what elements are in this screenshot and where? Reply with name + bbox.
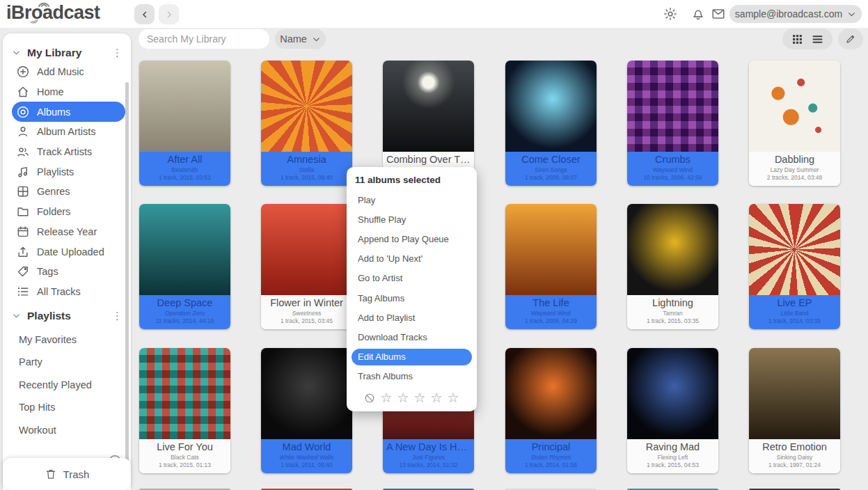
sort-dropdown[interactable]: Name (275, 29, 326, 49)
mail-icon[interactable] (711, 6, 726, 22)
playlist-item-workout[interactable]: Workout (12, 418, 125, 441)
chevron-down-icon (847, 10, 856, 19)
trash-button[interactable]: Trash (3, 458, 131, 490)
album-card[interactable]: Deep SpaceOperation Zero11 tracks, 2014,… (139, 204, 230, 329)
album-label: A New Day Is HereJust Figures13 tracks, … (383, 439, 474, 473)
sidebar-item-folders[interactable]: Folders (12, 202, 125, 222)
playlist-item-party[interactable]: Party (12, 351, 125, 374)
sidebar-item-albums[interactable]: Albums (12, 102, 125, 122)
plus-circle-icon (16, 65, 30, 79)
album-meta: 1 track, 2014, 03:35 (749, 317, 840, 325)
context-menu-item-trash-albums[interactable]: Trash Albums (347, 367, 477, 386)
album-label: Live EPLittle Band1 track, 2014, 03:35 (749, 295, 840, 329)
album-card[interactable]: LightningTamran1 track, 2015, 03:35 (627, 204, 718, 329)
sidebar-item-date-uploaded[interactable]: Date Uploaded (12, 242, 125, 262)
star-icon[interactable]: ☆ (413, 392, 425, 404)
back-button[interactable] (134, 4, 155, 24)
sidebar-scrollbar[interactable] (125, 82, 129, 475)
star-icon[interactable]: ☆ (431, 392, 443, 404)
kebab-menu-icon[interactable]: ⋮ (112, 49, 123, 56)
sidebar-item-all-tracks[interactable]: All Tracks (12, 282, 125, 302)
playlist-item-my-favorites[interactable]: My Favorites (12, 328, 125, 351)
grid-view-icon[interactable] (791, 33, 803, 45)
album-cover-art (505, 61, 597, 152)
context-menu-item-label: Tag Albums (358, 293, 404, 303)
playlist-item-label: Top Hits (19, 402, 55, 413)
album-artist: Beatsmith (139, 166, 230, 174)
forward-button[interactable] (159, 4, 179, 24)
album-cover-art (627, 61, 718, 152)
album-card[interactable]: The LifeWayward Wind1 track, 2006, 04:29 (505, 204, 597, 329)
album-title: A New Day Is Here (383, 441, 474, 452)
context-menu-item-add-to-up-next-[interactable]: Add to 'Up Next' (347, 249, 477, 269)
album-title: Principal (505, 441, 597, 452)
no-rating-icon[interactable] (364, 393, 375, 404)
album-card[interactable]: CrumbsWayward Wind10 tracks, 2006, 42:59 (627, 61, 718, 186)
gear-icon[interactable] (663, 6, 678, 22)
context-menu-header: 11 albums selected (347, 175, 477, 190)
album-card[interactable]: Flower in WinterSweetness1 track, 2015, … (261, 204, 352, 329)
context-menu-item-go-to-artist[interactable]: Go to Artist (347, 269, 477, 288)
star-icon[interactable]: ☆ (448, 392, 459, 404)
app-logo[interactable]: iBroadcast (6, 2, 100, 27)
album-cover-art (749, 204, 840, 295)
context-menu-item-download-tracks[interactable]: Download Tracks (347, 327, 477, 347)
context-menu-item-tag-albums[interactable]: Tag Albums (347, 288, 477, 308)
sidebar-item-label: Home (37, 86, 64, 97)
context-menu-item-append-to-play-queue[interactable]: Append to Play Queue (347, 229, 477, 248)
sidebar-item-track-artists[interactable]: Track Artists (12, 142, 125, 162)
list-view-icon[interactable] (812, 33, 823, 45)
star-icon[interactable]: ☆ (380, 392, 392, 404)
context-menu-item-shuffle-play[interactable]: Shuffle Play (347, 210, 477, 229)
playlist-item-top-hits[interactable]: Top Hits (12, 396, 125, 419)
sidebar-section-my-library[interactable]: My Library ⋮ (12, 43, 125, 62)
playlist-item-recently-played[interactable]: Recently Played (12, 373, 125, 396)
album-card[interactable]: Come CloserSiren Songs1 track, 2009, 06:… (505, 61, 597, 186)
album-title: Live For You (139, 441, 230, 452)
album-meta: 1 track, 1997, 01:24 (749, 461, 840, 469)
context-menu-item-edit-albums[interactable]: Edit Albums (352, 349, 472, 365)
album-card[interactable]: DabblingLazy Day Summer2 tracks, 2014, 0… (749, 61, 840, 186)
edit-mode-button[interactable] (838, 29, 863, 49)
bell-icon[interactable] (691, 6, 706, 22)
sidebar-item-playlists[interactable]: Playlists (12, 161, 125, 182)
album-card[interactable]: Live EPLittle Band1 track, 2014, 03:35 (749, 204, 840, 329)
upload-icon (16, 245, 30, 259)
album-card[interactable]: Raving MadFlexing Left1 track, 2015, 04:… (627, 348, 718, 473)
star-icon[interactable]: ☆ (397, 392, 409, 404)
album-meta: 1 track, 2006, 04:29 (505, 317, 597, 325)
context-menu-item-label: Download Tracks (358, 332, 427, 342)
album-card[interactable]: AmnesiaStella1 track, 2015, 09:40 (261, 61, 352, 186)
album-card[interactable]: Mad WorldWhite Washed Walls1 track, 2011… (261, 348, 352, 473)
search-input[interactable] (139, 29, 269, 49)
sidebar-item-tags[interactable]: Tags (12, 262, 125, 282)
album-artist: Operation Zero (139, 310, 230, 317)
album-title: Amnesia (261, 154, 352, 165)
album-artist: Sweetness (261, 310, 352, 317)
account-menu[interactable]: sample@ibroadcast.com (729, 5, 862, 23)
sidebar-item-home[interactable]: Home (12, 82, 125, 102)
broadcast-waves-icon (36, 0, 52, 8)
album-card[interactable]: Retro EmotionSinking Daisy1 track, 1997,… (749, 348, 840, 473)
sidebar-item-album-artists[interactable]: Album Artists (12, 122, 125, 142)
sidebar-item-add-music[interactable]: Add Music (12, 62, 125, 82)
album-label: Flower in WinterSweetness1 track, 2015, … (261, 295, 352, 329)
album-card[interactable]: After AllBeatsmith1 track, 2015, 03:51 (139, 61, 230, 186)
album-meta: 10 tracks, 2006, 42:59 (627, 174, 718, 182)
sidebar-section-playlists[interactable]: Playlists ⋮ (12, 306, 125, 325)
album-card[interactable]: PrincipalStolen Rhymes1 track, 2014, 01:… (505, 348, 597, 473)
album-artist: Just Figures (383, 454, 474, 461)
album-meta: 11 tracks, 2014, 44:19 (139, 317, 230, 325)
album-meta: 1 track, 2015, 03:35 (627, 317, 718, 325)
sidebar-item-genres[interactable]: Genres (12, 182, 125, 202)
music-note-icon (16, 165, 30, 179)
context-menu-item-add-to-playlist[interactable]: Add to Playlist (347, 308, 477, 327)
context-menu-item-play[interactable]: Play (347, 190, 477, 210)
context-menu-item-label: Trash Albums (358, 371, 413, 381)
sidebar-item-release-year[interactable]: Release Year (12, 222, 125, 242)
chevron-left-icon (140, 10, 150, 19)
kebab-menu-icon[interactable]: ⋮ (112, 313, 123, 319)
folder-icon (16, 205, 30, 219)
album-card[interactable]: Live For YouBlack Cats1 track, 2015, 01:… (139, 348, 230, 473)
album-title: Live EP (749, 297, 840, 308)
